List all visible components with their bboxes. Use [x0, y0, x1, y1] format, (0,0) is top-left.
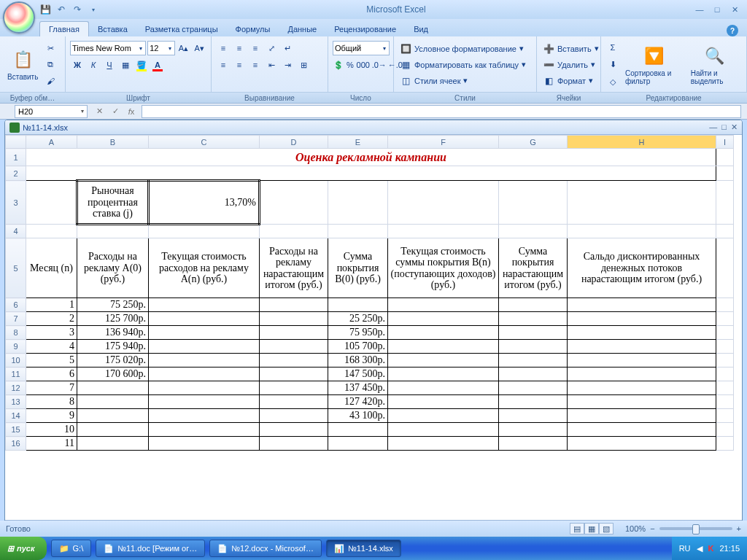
insert-cells-button[interactable]: ➕Вставить ▾: [541, 42, 600, 55]
italic-button[interactable]: К: [86, 58, 101, 72]
taskbar-item[interactable]: 📊№11-14.xlsx: [326, 540, 401, 557]
group-styles-label: Стили: [390, 92, 541, 103]
taskbar-item-icon: 📄: [104, 544, 114, 553]
antivirus-icon[interactable]: K: [708, 544, 714, 553]
workbook-maximize-button[interactable]: □: [721, 122, 727, 132]
enter-formula-icon[interactable]: ✓: [108, 105, 123, 118]
comma-icon[interactable]: 000: [356, 58, 371, 72]
align-right-icon[interactable]: ≡: [248, 58, 263, 72]
cond-format-icon: 🔲: [400, 43, 411, 55]
cut-icon[interactable]: ✂: [43, 42, 58, 56]
ribbon-tabs: Главная Вставка Разметка страницы Формул…: [0, 19, 747, 36]
worksheet-grid[interactable]: ABCDEFGHI1Оценка рекламной кампании23Рын…: [5, 135, 742, 520]
taskbar-item[interactable]: 📄№11.doc [Режим ог…: [96, 540, 205, 557]
workbook-close-button[interactable]: ✕: [731, 122, 738, 132]
office-button[interactable]: [3, 1, 35, 34]
zoom-in-icon[interactable]: +: [737, 524, 741, 533]
clock[interactable]: 21:15: [719, 544, 740, 553]
view-page-break-icon[interactable]: ▧: [599, 523, 614, 534]
zoom-level[interactable]: 100%: [625, 524, 646, 533]
tray-icon[interactable]: ◀: [697, 544, 703, 553]
align-left-icon[interactable]: ≡: [216, 58, 231, 72]
align-center-icon[interactable]: ≡: [232, 58, 247, 72]
format-cells-button[interactable]: ◧Формат ▾: [541, 74, 600, 88]
sort-icon: 🔽: [642, 44, 665, 68]
ribbon: 📋 Вставить ✂ ⧉ 🖌 Буфер обм… Times New Ro…: [0, 36, 747, 104]
merge-cells-icon[interactable]: ⊞: [296, 58, 311, 72]
group-number-label: Число: [324, 92, 398, 103]
tab-page-layout[interactable]: Разметка страницы: [136, 22, 227, 36]
close-button[interactable]: ✕: [728, 4, 741, 15]
taskbar-item[interactable]: 📄№12.docx - Microsof…: [209, 540, 322, 557]
save-icon[interactable]: 💾: [39, 4, 51, 15]
formula-bar-row: H20▾ ✕ ✓ fx: [0, 104, 747, 120]
title-bar: 💾 ↶ ↷ ▾ Microsoft Excel — □ ✕: [0, 0, 747, 19]
bold-button[interactable]: Ж: [70, 58, 85, 72]
name-box[interactable]: H20▾: [15, 105, 88, 118]
fill-icon[interactable]: ⬇: [605, 58, 620, 72]
tab-home[interactable]: Главная: [39, 21, 89, 36]
align-top-icon[interactable]: ≡: [216, 41, 231, 55]
view-normal-icon[interactable]: ▤: [570, 523, 584, 534]
quick-access-toolbar: 💾 ↶ ↷ ▾: [39, 4, 99, 15]
view-page-layout-icon[interactable]: ▦: [584, 523, 599, 534]
help-icon[interactable]: ?: [727, 25, 738, 36]
workbook-minimize-button[interactable]: —: [709, 122, 717, 132]
workbook-window: №11-14.xlsx — □ ✕ ABCDEFGHI1Оценка рекла…: [4, 120, 743, 537]
maximize-button[interactable]: □: [711, 4, 724, 15]
percent-icon[interactable]: %: [346, 58, 355, 72]
indent-increase-icon[interactable]: ⇥: [280, 58, 295, 72]
fill-color-icon[interactable]: 🪣: [134, 58, 149, 72]
indent-decrease-icon[interactable]: ⇤: [264, 58, 279, 72]
insert-cells-icon: ➕: [543, 43, 554, 55]
font-face-combo[interactable]: Times New Rom▾: [70, 41, 146, 55]
font-size-combo[interactable]: 12▾: [147, 41, 174, 55]
copy-icon[interactable]: ⧉: [43, 58, 58, 72]
paste-button[interactable]: 📋 Вставить: [4, 47, 41, 82]
cancel-formula-icon[interactable]: ✕: [92, 105, 107, 118]
taskbar-item-icon: 📄: [217, 544, 228, 553]
sort-filter-button[interactable]: 🔽Сортировка и фильтр: [622, 43, 686, 87]
underline-button[interactable]: Ч: [102, 58, 117, 72]
autosum-icon[interactable]: Σ: [605, 40, 620, 55]
group-clipboard-label: Буфер обм…: [0, 92, 69, 103]
shrink-font-icon[interactable]: A▾: [192, 41, 206, 55]
minimize-button[interactable]: —: [693, 4, 706, 15]
number-format-combo[interactable]: Общий▾: [333, 41, 390, 55]
align-middle-icon[interactable]: ≡: [232, 41, 247, 55]
redo-icon[interactable]: ↷: [71, 4, 83, 15]
delete-cells-button[interactable]: ➖Удалить ▾: [541, 58, 600, 71]
formula-bar[interactable]: [142, 105, 741, 118]
windows-logo-icon: ⊞: [7, 544, 14, 553]
align-bottom-icon[interactable]: ≡: [248, 41, 263, 55]
qat-dropdown-icon[interactable]: ▾: [88, 4, 99, 15]
find-select-button[interactable]: 🔍Найти и выделить: [688, 43, 742, 87]
wrap-text-icon[interactable]: ↵: [280, 41, 295, 55]
cell-styles-button[interactable]: ◫Стили ячеек ▾: [398, 74, 527, 88]
tab-formulas[interactable]: Формулы: [227, 22, 279, 36]
clipboard-icon: 📋: [11, 48, 34, 71]
conditional-formatting-button[interactable]: 🔲Условное форматирование ▾: [398, 42, 527, 55]
grow-font-icon[interactable]: A▴: [177, 41, 191, 55]
tab-view[interactable]: Вид: [405, 22, 437, 36]
orientation-icon[interactable]: ⤢: [264, 41, 279, 55]
language-indicator[interactable]: RU: [679, 544, 691, 553]
increase-decimal-icon[interactable]: .0→: [372, 58, 387, 72]
zoom-slider[interactable]: [659, 527, 732, 530]
fx-icon[interactable]: fx: [124, 105, 139, 118]
tab-review[interactable]: Рецензирование: [325, 22, 405, 36]
zoom-out-icon[interactable]: −: [650, 524, 654, 533]
tab-insert[interactable]: Вставка: [89, 22, 136, 36]
tab-data[interactable]: Данные: [279, 22, 325, 36]
taskbar-item[interactable]: 📁G:\: [51, 540, 92, 557]
workbook-titlebar[interactable]: №11-14.xlsx — □ ✕: [5, 120, 742, 135]
undo-icon[interactable]: ↶: [55, 4, 67, 15]
font-color-icon[interactable]: A: [150, 58, 165, 72]
borders-icon[interactable]: ▦: [118, 58, 133, 72]
format-as-table-button[interactable]: ▦Форматировать как таблицу ▾: [398, 58, 527, 71]
clear-icon[interactable]: ◇: [605, 75, 620, 90]
windows-taskbar: ⊞ пуск 📁G:\📄№11.doc [Режим ог…📄№12.docx …: [0, 537, 747, 560]
format-painter-icon[interactable]: 🖌: [43, 74, 58, 88]
currency-icon[interactable]: 💲: [333, 58, 344, 72]
start-button[interactable]: ⊞ пуск: [0, 537, 47, 560]
